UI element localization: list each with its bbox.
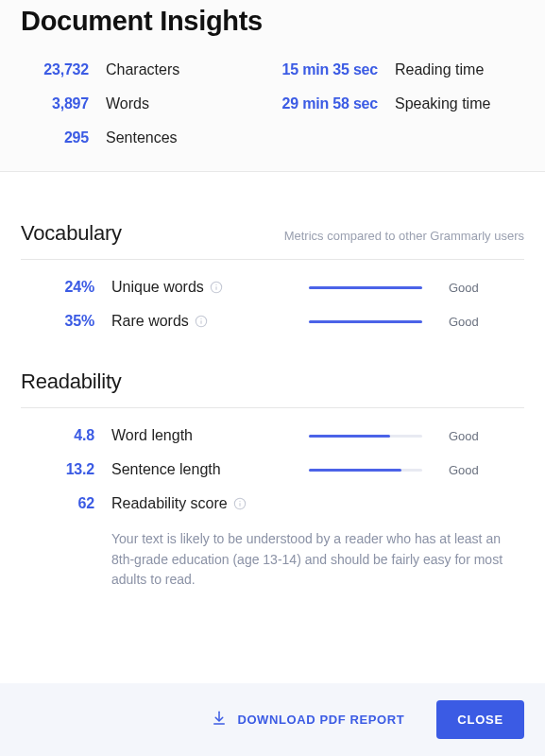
sentence-length-label: Sentence length xyxy=(111,461,292,478)
sentences-label: Sentences xyxy=(106,129,247,146)
info-icon[interactable] xyxy=(195,315,208,328)
footer-bar: DOWNLOAD PDF REPORT CLOSE xyxy=(0,683,545,756)
sentences-value: 295 xyxy=(21,129,89,146)
sentence-length-rating: Good xyxy=(449,463,524,477)
download-icon xyxy=(211,710,228,730)
vocabulary-heading: Vocabulary xyxy=(21,221,122,246)
rare-words-bar xyxy=(309,320,422,323)
unique-words-row: 24% Unique words Good xyxy=(21,279,524,296)
word-length-row: 4.8 Word length Good xyxy=(21,427,524,444)
vocabulary-header: Vocabulary Metrics compared to other Gra… xyxy=(21,221,524,260)
rare-words-label: Rare words xyxy=(111,313,292,330)
speaking-time-label: Speaking time xyxy=(395,95,524,112)
readability-heading: Readability xyxy=(21,369,122,394)
word-length-label: Word length xyxy=(111,427,292,444)
readability-score-value: 62 xyxy=(21,495,94,512)
word-length-value: 4.8 xyxy=(21,427,94,444)
unique-words-label: Unique words xyxy=(111,279,292,296)
svg-point-8 xyxy=(239,501,240,502)
vocabulary-subtitle: Metrics compared to other Grammarly user… xyxy=(284,229,524,243)
download-pdf-button[interactable]: DOWNLOAD PDF REPORT xyxy=(211,710,404,730)
insights-grid: 23,732 Characters 15 min 35 sec Reading … xyxy=(21,61,524,146)
vocabulary-block: Vocabulary Metrics compared to other Gra… xyxy=(21,221,524,330)
readability-header: Readability xyxy=(21,369,524,408)
reading-time-value: 15 min 35 sec xyxy=(264,61,378,78)
unique-words-rating: Good xyxy=(449,281,524,295)
readability-score-row: 62 Readability score xyxy=(21,495,524,512)
rare-words-row: 35% Rare words Good xyxy=(21,313,524,330)
svg-point-2 xyxy=(215,284,216,285)
rare-words-rating: Good xyxy=(449,315,524,329)
characters-label: Characters xyxy=(106,61,247,78)
document-insights-panel: Document Insights 23,732 Characters 15 m… xyxy=(0,0,545,756)
readability-score-label: Readability score xyxy=(111,495,292,512)
info-icon[interactable] xyxy=(233,497,247,510)
words-value: 3,897 xyxy=(21,95,89,112)
page-title: Document Insights xyxy=(21,6,524,37)
word-length-rating: Good xyxy=(449,429,524,443)
characters-value: 23,732 xyxy=(21,61,89,78)
readability-description: Your text is likely to be understood by … xyxy=(111,529,524,591)
download-pdf-label: DOWNLOAD PDF REPORT xyxy=(237,713,404,727)
close-button[interactable]: CLOSE xyxy=(436,700,524,739)
unique-words-bar xyxy=(309,286,422,289)
readability-block: Readability 4.8 Word length Good 13.2 Se… xyxy=(21,369,524,591)
metrics-section: Vocabulary Metrics compared to other Gra… xyxy=(0,172,545,683)
sentence-length-bar xyxy=(309,469,422,472)
speaking-time-value: 29 min 58 sec xyxy=(264,95,378,112)
reading-time-label: Reading time xyxy=(395,61,524,78)
words-label: Words xyxy=(106,95,247,112)
word-length-bar xyxy=(309,435,422,438)
info-icon[interactable] xyxy=(210,281,223,294)
sentence-length-row: 13.2 Sentence length Good xyxy=(21,461,524,478)
unique-words-value: 24% xyxy=(21,279,94,296)
rare-words-value: 35% xyxy=(21,313,94,330)
sentence-length-value: 13.2 xyxy=(21,461,94,478)
insights-summary: Document Insights 23,732 Characters 15 m… xyxy=(0,0,545,172)
svg-point-5 xyxy=(200,318,201,319)
